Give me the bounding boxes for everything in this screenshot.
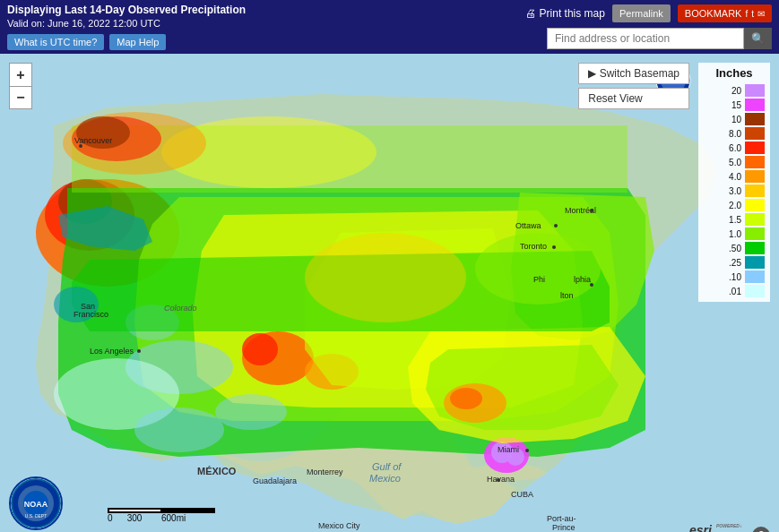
legend-row: 20 — [704, 83, 765, 98]
svg-text:lton: lton — [560, 291, 574, 300]
print-link[interactable]: 🖨 Print this map — [525, 7, 605, 20]
svg-text:lphia: lphia — [574, 275, 591, 284]
svg-text:Miami: Miami — [498, 445, 519, 454]
legend-title: Inches — [704, 66, 765, 80]
legend-color-swatch — [745, 113, 765, 125]
map-subtitle: Valid on: June 16, 2022 12:00 UTC — [7, 18, 246, 29]
search-icon: 🔍 — [751, 32, 765, 45]
svg-point-14 — [134, 408, 224, 452]
legend-label: .25 — [716, 258, 741, 268]
legend-row: 10 — [704, 112, 765, 126]
legend-color-swatch — [745, 142, 765, 154]
svg-text:Havana: Havana — [487, 475, 515, 484]
svg-point-36 — [554, 224, 558, 227]
svg-point-40 — [552, 245, 556, 249]
svg-text:Mexico City: Mexico City — [318, 521, 360, 530]
zoom-out-button[interactable]: − — [9, 86, 32, 109]
svg-point-29 — [137, 349, 141, 353]
legend-row: 1.0 — [704, 227, 765, 241]
svg-text:Gulf of: Gulf of — [372, 461, 402, 472]
legend-label: 20 — [716, 86, 741, 96]
svg-text:Mexico: Mexico — [369, 473, 401, 484]
bookmark-tw-icon: t — [751, 9, 754, 19]
legend-color-swatch — [745, 170, 765, 183]
legend-label: 2.0 — [716, 201, 741, 210]
svg-point-22 — [305, 233, 466, 322]
legend-label: 1.0 — [716, 229, 741, 239]
svg-text:Ottawa: Ottawa — [515, 221, 541, 230]
svg-text:esri: esri — [689, 523, 713, 532]
legend-label: 8.0 — [716, 129, 741, 139]
legend-color-swatch — [745, 199, 765, 211]
legend-color-swatch — [745, 270, 765, 283]
search-input[interactable] — [547, 28, 744, 49]
svg-text:Francisco: Francisco — [74, 310, 108, 319]
legend-color-swatch — [745, 84, 765, 97]
legend-row: .50 — [704, 241, 765, 255]
legend-color-swatch — [745, 156, 765, 168]
legend-color-swatch — [745, 285, 765, 297]
legend-row: .25 — [704, 255, 765, 270]
bookmark-fb-icon: f — [745, 9, 748, 19]
legend-row: 6.0 — [704, 141, 765, 155]
svg-text:Port-au-: Port-au- — [547, 514, 576, 523]
legend-label: .50 — [716, 244, 741, 253]
basemap-arrow-icon: ▶ — [588, 67, 599, 80]
svg-point-34 — [79, 144, 82, 148]
switch-basemap-button[interactable]: ▶ Switch Basemap — [578, 63, 689, 84]
bookmark-button[interactable]: BOOKMARK f t ✉ — [678, 4, 772, 22]
zoom-controls: + − — [9, 63, 32, 109]
bookmark-mail-icon: ✉ — [757, 9, 765, 19]
legend-row: 15 — [704, 98, 765, 112]
svg-text:U.S. DEPT: U.S. DEPT — [25, 513, 47, 519]
legend-label: .01 — [716, 287, 741, 296]
legend-label: 4.0 — [716, 172, 741, 182]
svg-text:CUBA: CUBA — [511, 490, 533, 499]
svg-point-48 — [497, 478, 500, 482]
search-button[interactable]: 🔍 — [744, 28, 772, 49]
legend-label: 5.0 — [716, 158, 741, 167]
reset-view-button[interactable]: Reset View — [578, 88, 689, 109]
legend-color-swatch — [745, 127, 765, 140]
svg-point-16 — [450, 388, 482, 409]
svg-text:Phi: Phi — [533, 275, 545, 284]
legend-items: 2015108.06.05.04.03.02.01.51.0.50.25.10.… — [704, 83, 765, 298]
map-container[interactable]: Gulf of Mexico San Francisco Los Angeles… — [0, 54, 779, 532]
svg-point-5 — [242, 333, 278, 365]
legend-label: 15 — [716, 100, 741, 110]
zoom-in-button[interactable]: + — [9, 63, 32, 86]
svg-point-38 — [590, 209, 593, 212]
header: Displaying Last 14-Day Observed Precipit… — [0, 0, 779, 54]
svg-text:Guadalajara: Guadalajara — [253, 476, 297, 485]
legend-row: 1.5 — [704, 212, 765, 227]
svg-point-11 — [215, 394, 287, 430]
permalink-button[interactable]: Permalink — [612, 4, 671, 22]
legend-color-swatch — [745, 99, 765, 111]
svg-text:POWERED BY: POWERED BY — [716, 523, 741, 528]
legend-label: 10 — [716, 115, 741, 124]
legend-color-swatch — [745, 184, 765, 197]
legend-color-swatch — [745, 227, 765, 240]
scale-bar: 0 300 600mi — [108, 508, 215, 523]
legend-color-swatch — [745, 242, 765, 254]
utc-button[interactable]: What is UTC time? — [7, 34, 104, 50]
legend-row: .01 — [704, 284, 765, 298]
bookmark-label: BOOKMARK — [685, 8, 742, 19]
svg-text:Colorado: Colorado — [164, 304, 197, 313]
legend-row: 5.0 — [704, 155, 765, 169]
legend: Inches 2015108.06.05.04.03.02.01.51.0.50… — [698, 63, 770, 302]
search-container: 🔍 — [547, 28, 772, 49]
header-left: Displaying Last 14-Day Observed Precipit… — [7, 4, 246, 50]
print-label: Print this map — [540, 7, 605, 20]
map-title: Displaying Last 14-Day Observed Precipit… — [7, 4, 246, 16]
legend-color-swatch — [745, 213, 765, 226]
map-help-button[interactable]: Map Help — [109, 34, 166, 50]
noaa-logo: NOAA U.S. DEPT — [9, 476, 63, 530]
svg-text:NOAA: NOAA — [24, 500, 48, 509]
svg-text:Toronto: Toronto — [520, 242, 547, 251]
svg-point-43 — [590, 283, 593, 287]
legend-label: 6.0 — [716, 143, 741, 153]
legend-row: 3.0 — [704, 184, 765, 198]
scale-label-2: 600mi — [161, 513, 186, 523]
map-controls: ▶ Switch Basemap Reset View — [578, 63, 689, 109]
